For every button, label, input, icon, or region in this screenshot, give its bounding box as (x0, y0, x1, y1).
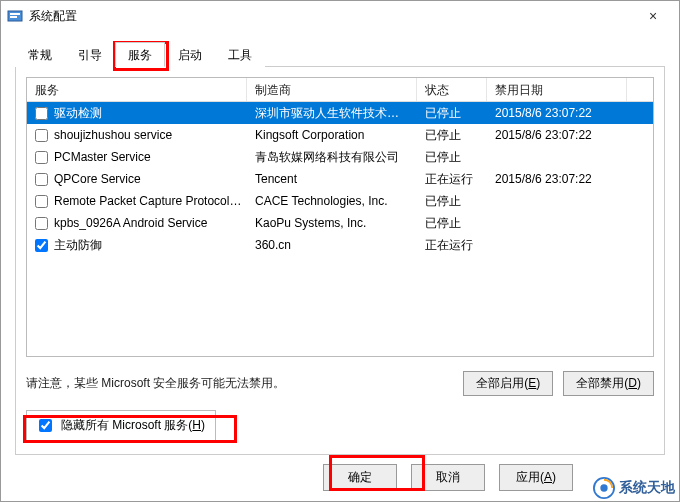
watermark-text: 系统天地 (619, 479, 675, 497)
col-header-service[interactable]: 服务 (27, 78, 247, 101)
table-row[interactable]: Remote Packet Capture Protocol…CACE Tech… (27, 190, 653, 212)
hide-ms-group: 隐藏所有 Microsoft 服务(H) (26, 410, 216, 441)
cell-manufacturer: CACE Technologies, Inc. (247, 192, 417, 210)
tab-boot[interactable]: 引导 (65, 42, 115, 67)
list-body: 驱动检测深圳市驱动人生软件技术有限…已停止2015/8/6 23:07:22sh… (27, 102, 653, 357)
svg-point-4 (600, 484, 607, 491)
tab-startup[interactable]: 启动 (165, 42, 215, 67)
cell-manufacturer: Kingsoft Corporation (247, 126, 417, 144)
cell-status: 已停止 (417, 213, 487, 234)
service-name: 驱动检测 (54, 105, 102, 122)
cell-status: 已停止 (417, 103, 487, 124)
cell-service: 驱动检测 (27, 103, 247, 124)
window-title: 系统配置 (29, 8, 633, 25)
cell-disable-date: 2015/8/6 23:07:22 (487, 170, 627, 188)
cell-disable-date: 2015/8/6 23:07:22 (487, 104, 627, 122)
watermark: 系统天地 (593, 477, 675, 499)
svg-rect-1 (10, 13, 20, 15)
msconfig-icon (7, 8, 23, 24)
services-panel: 服务 制造商 状态 禁用日期 驱动检测深圳市驱动人生软件技术有限…已停止2015… (15, 67, 665, 455)
service-checkbox[interactable] (35, 239, 48, 252)
cell-service: 主动防御 (27, 235, 247, 256)
col-header-manufacturer[interactable]: 制造商 (247, 78, 417, 101)
hide-ms-checkbox[interactable] (39, 419, 52, 432)
service-name: shoujizhushou service (54, 128, 172, 142)
cell-disable-date (487, 243, 627, 247)
content-area: 常规 引导 服务 启动 工具 服务 制造商 状态 禁用日期 驱动检测深圳市驱动人… (1, 31, 679, 455)
cell-service: kpbs_0926A Android Service (27, 214, 247, 232)
service-checkbox[interactable] (35, 217, 48, 230)
cell-disable-date (487, 221, 627, 225)
cancel-button[interactable]: 取消 (411, 464, 485, 491)
service-checkbox[interactable] (35, 195, 48, 208)
hide-ms-label[interactable]: 隐藏所有 Microsoft 服务(H) (61, 417, 205, 434)
tab-services[interactable]: 服务 (115, 42, 165, 67)
service-checkbox[interactable] (35, 107, 48, 120)
table-row[interactable]: PCMaster Service青岛软媒网络科技有限公司已停止 (27, 146, 653, 168)
cell-service: shoujizhushou service (27, 126, 247, 144)
note-row: 请注意，某些 Microsoft 安全服务可能无法禁用。 全部启用(E) 全部禁… (26, 371, 654, 396)
service-name: Remote Packet Capture Protocol… (54, 194, 241, 208)
msconfig-window: 系统配置 × 常规 引导 服务 启动 工具 服务 制造商 状态 禁用日期 驱动检… (0, 0, 680, 502)
table-row[interactable]: shoujizhushou serviceKingsoft Corporatio… (27, 124, 653, 146)
watermark-icon (593, 477, 615, 499)
services-listview[interactable]: 服务 制造商 状态 禁用日期 驱动检测深圳市驱动人生软件技术有限…已停止2015… (26, 77, 654, 357)
bulk-buttons: 全部启用(E) 全部禁用(D) (463, 371, 654, 396)
service-name: PCMaster Service (54, 150, 151, 164)
titlebar: 系统配置 × (1, 1, 679, 31)
cell-status: 正在运行 (417, 235, 487, 256)
tab-general[interactable]: 常规 (15, 42, 65, 67)
col-header-disable-date[interactable]: 禁用日期 (487, 78, 627, 101)
note-text: 请注意，某些 Microsoft 安全服务可能无法禁用。 (26, 375, 285, 392)
table-row[interactable]: 驱动检测深圳市驱动人生软件技术有限…已停止2015/8/6 23:07:22 (27, 102, 653, 124)
col-header-status[interactable]: 状态 (417, 78, 487, 101)
cell-status: 正在运行 (417, 169, 487, 190)
apply-button[interactable]: 应用(A) (499, 464, 573, 491)
cell-status: 已停止 (417, 125, 487, 146)
cell-status: 已停止 (417, 191, 487, 212)
close-icon: × (649, 8, 657, 24)
service-checkbox[interactable] (35, 151, 48, 164)
service-name: QPCore Service (54, 172, 141, 186)
cell-manufacturer: Tencent (247, 170, 417, 188)
tab-tools[interactable]: 工具 (215, 42, 265, 67)
service-name: kpbs_0926A Android Service (54, 216, 207, 230)
cell-manufacturer: 360.cn (247, 236, 417, 254)
close-button[interactable]: × (633, 2, 673, 30)
enable-all-button[interactable]: 全部启用(E) (463, 371, 553, 396)
ok-button[interactable]: 确定 (323, 464, 397, 491)
svg-rect-2 (10, 16, 17, 18)
cell-manufacturer: 青岛软媒网络科技有限公司 (247, 147, 417, 168)
cell-disable-date (487, 199, 627, 203)
service-checkbox[interactable] (35, 173, 48, 186)
cell-disable-date (487, 155, 627, 159)
cell-status: 已停止 (417, 147, 487, 168)
cell-service: PCMaster Service (27, 148, 247, 166)
service-checkbox[interactable] (35, 129, 48, 142)
table-row[interactable]: QPCore ServiceTencent正在运行2015/8/6 23:07:… (27, 168, 653, 190)
table-row[interactable]: kpbs_0926A Android ServiceKaoPu Systems,… (27, 212, 653, 234)
service-name: 主动防御 (54, 237, 102, 254)
cell-manufacturer: 深圳市驱动人生软件技术有限… (247, 103, 417, 124)
list-header: 服务 制造商 状态 禁用日期 (27, 78, 653, 102)
disable-all-button[interactable]: 全部禁用(D) (563, 371, 654, 396)
tab-strip: 常规 引导 服务 启动 工具 (15, 41, 665, 67)
cell-disable-date: 2015/8/6 23:07:22 (487, 126, 627, 144)
cell-service: QPCore Service (27, 170, 247, 188)
cell-service: Remote Packet Capture Protocol… (27, 192, 247, 210)
table-row[interactable]: 主动防御360.cn正在运行 (27, 234, 653, 256)
cell-manufacturer: KaoPu Systems, Inc. (247, 214, 417, 232)
